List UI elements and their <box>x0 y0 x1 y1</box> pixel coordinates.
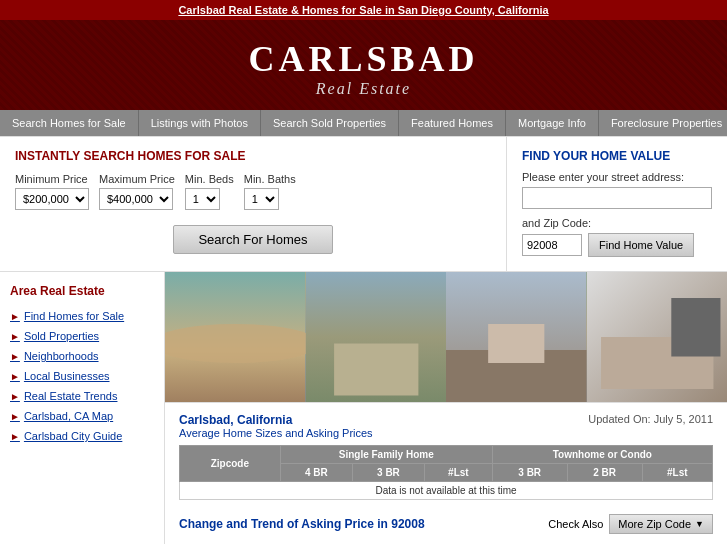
nav-featured-homes[interactable]: Featured Homes <box>399 110 505 136</box>
street-input[interactable] <box>522 187 712 209</box>
top-bar-link[interactable]: Carlsbad Real Estate & Homes for Sale in… <box>178 4 548 16</box>
nav-search-sold[interactable]: Search Sold Properties <box>261 110 398 136</box>
change-row: Change and Trend of Asking Price in 9200… <box>179 508 713 534</box>
arrow-icon-5: ► <box>10 411 20 422</box>
find-home-value-button[interactable]: Find Home Value <box>588 233 694 257</box>
min-price-label: Minimum Price <box>15 173 89 185</box>
check-also-label: Check Also <box>548 518 603 530</box>
min-baths-group: Min. Baths 1 2 3 <box>244 173 296 210</box>
main-nav: Search Homes for Sale Listings with Phot… <box>0 110 727 136</box>
sidebar-link-businesses[interactable]: ► Local Businesses <box>10 366 154 386</box>
sidebar-link-map[interactable]: ► Carlsbad, CA Map <box>10 406 154 426</box>
nav-search-homes[interactable]: Search Homes for Sale <box>0 110 138 136</box>
arrow-icon-3: ► <box>10 371 20 382</box>
min-beds-group: Min. Beds 1 2 3 4 <box>185 173 234 210</box>
home-data-table: Zipcode Single Family Home Townhome or C… <box>179 445 713 500</box>
th-tc-2br: 2 BR <box>567 464 642 482</box>
site-header: CARLSBAD Real Estate <box>0 20 727 110</box>
data-section: Carlsbad, California Average Home Sizes … <box>165 402 727 544</box>
table-row: Data is not available at this time <box>180 482 713 500</box>
zip-action-row: Find Home Value <box>522 233 712 257</box>
street-label: Please enter your street address: <box>522 171 712 183</box>
nav-listings-photos[interactable]: Listings with Photos <box>139 110 260 136</box>
more-zip-button[interactable]: More Zip Code ▼ <box>609 514 713 534</box>
max-price-label: Maximum Price <box>99 173 175 185</box>
min-beds-label: Min. Beds <box>185 173 234 185</box>
th-sfh-3br: 3 BR <box>352 464 424 482</box>
th-tc: Townhome or Condo <box>492 446 712 464</box>
search-section: INSTANTLY SEARCH HOMES FOR SALE Minimum … <box>0 137 507 272</box>
top-bar: Carlsbad Real Estate & Homes for Sale in… <box>0 0 727 20</box>
min-price-group: Minimum Price $100,000 $150,000 $200,000… <box>15 173 89 210</box>
search-homes-button[interactable]: Search For Homes <box>173 225 332 254</box>
arrow-icon-4: ► <box>10 391 20 402</box>
nav-foreclosure[interactable]: Foreclosure Properties <box>599 110 727 136</box>
max-price-group: Maximum Price $300,000 $350,000 $400,000… <box>99 173 175 210</box>
th-tc-lst: #Lst <box>642 464 712 482</box>
th-tc-3br: 3 BR <box>492 464 567 482</box>
min-baths-select[interactable]: 1 2 3 <box>244 188 279 210</box>
change-title: Change and Trend of Asking Price in 9200… <box>179 517 425 531</box>
nav-mortgage-info[interactable]: Mortgage Info <box>506 110 598 136</box>
min-beds-select[interactable]: 1 2 3 4 <box>185 188 220 210</box>
updated-text: Updated On: July 5, 2011 <box>588 413 713 425</box>
dropdown-arrow-icon: ▼ <box>695 519 704 529</box>
th-zipcode: Zipcode <box>180 446 281 482</box>
arrow-icon-1: ► <box>10 331 20 342</box>
home-value-title: FIND YOUR HOME VALUE <box>522 149 712 163</box>
svg-rect-10 <box>671 298 720 357</box>
more-zip-label: More Zip Code <box>618 518 691 530</box>
arrow-icon-6: ► <box>10 431 20 442</box>
main-search-area: INSTANTLY SEARCH HOMES FOR SALE Minimum … <box>0 136 727 272</box>
data-location: Carlsbad, California Average Home Sizes … <box>179 413 373 439</box>
sidebar-title: Area Real Estate <box>10 284 154 298</box>
sidebar: Area Real Estate ► Find Homes for Sale ►… <box>0 272 165 544</box>
th-sfh: Single Family Home <box>280 446 492 464</box>
site-title: CARLSBAD <box>0 38 727 80</box>
photo-beach <box>165 272 306 402</box>
max-price-select[interactable]: $300,000 $350,000 $400,000 $500,000 <box>99 188 173 210</box>
svg-rect-3 <box>334 344 418 396</box>
content-right: Carlsbad, California Average Home Sizes … <box>165 272 727 544</box>
zip-label: and Zip Code: <box>522 217 591 229</box>
arrow-icon-2: ► <box>10 351 20 362</box>
zip-input[interactable] <box>522 234 582 256</box>
photo-interior <box>587 272 728 402</box>
search-fields: Minimum Price $100,000 $150,000 $200,000… <box>15 173 491 210</box>
data-header-row: Carlsbad, California Average Home Sizes … <box>179 413 713 439</box>
sidebar-link-sold[interactable]: ► Sold Properties <box>10 326 154 346</box>
search-btn-row: Search For Homes <box>15 220 491 259</box>
sidebar-link-trends[interactable]: ► Real Estate Trends <box>10 386 154 406</box>
data-subtitle: Average Home Sizes and Asking Prices <box>179 427 373 439</box>
arrow-icon-0: ► <box>10 311 20 322</box>
zip-row: and Zip Code: <box>522 217 712 229</box>
svg-point-1 <box>165 324 306 363</box>
site-subtitle: Real Estate <box>0 80 727 98</box>
min-baths-label: Min. Baths <box>244 173 296 185</box>
lower-section: Area Real Estate ► Find Homes for Sale ►… <box>0 272 727 544</box>
th-sfh-lst: #Lst <box>425 464 493 482</box>
location-title: Carlsbad, California <box>179 413 373 427</box>
photo-house <box>306 272 447 402</box>
photo-strip <box>165 272 727 402</box>
th-sfh-4br: 4 BR <box>280 464 352 482</box>
svg-rect-7 <box>488 324 544 363</box>
sidebar-link-guide[interactable]: ► Carlsbad City Guide <box>10 426 154 446</box>
min-price-select[interactable]: $100,000 $150,000 $200,000 $250,000 $300… <box>15 188 89 210</box>
home-value-section: FIND YOUR HOME VALUE Please enter your s… <box>507 137 727 272</box>
check-also: Check Also More Zip Code ▼ <box>548 514 713 534</box>
photo-hillside <box>446 272 587 402</box>
sidebar-link-find-homes[interactable]: ► Find Homes for Sale <box>10 306 154 326</box>
sidebar-link-neighborhoods[interactable]: ► Neighborhoods <box>10 346 154 366</box>
search-section-title: INSTANTLY SEARCH HOMES FOR SALE <box>15 149 491 163</box>
no-data-cell: Data is not available at this time <box>180 482 713 500</box>
